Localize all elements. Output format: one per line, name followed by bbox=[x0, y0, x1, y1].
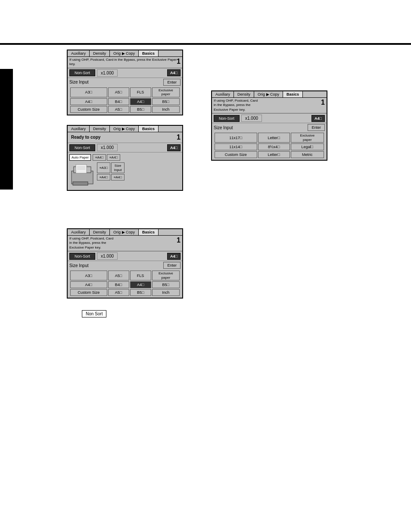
left-sidebar bbox=[0, 69, 13, 190]
panel2-size-letter-2[interactable]: Letter□ bbox=[258, 151, 290, 158]
panel4-paper-size[interactable]: A4□ bbox=[167, 253, 181, 260]
panel3-tabs: Auxiliary Density Orig ▶ Copy Basics bbox=[68, 126, 182, 132]
panel3-nonsort-btn[interactable]: Non-Sort bbox=[69, 144, 95, 151]
panel3-slot-a4-1[interactable]: ¤A4□ bbox=[93, 154, 106, 161]
panel4-size-a3[interactable]: A3□ bbox=[70, 271, 107, 280]
panel4-magnification: x1.000 bbox=[97, 252, 118, 260]
panel1-size-a5[interactable]: A5□ bbox=[108, 87, 129, 97]
caption-non-sort-box: Non Sort bbox=[82, 310, 106, 317]
panel2-custom-size[interactable]: Custom Size bbox=[215, 151, 257, 158]
panel2-enter-btn[interactable]: Enter bbox=[308, 124, 325, 131]
panel3-slot-a3[interactable]: ¤A3□ bbox=[97, 162, 110, 173]
panel4-controls-row: Non-Sort x1.000 A4□ bbox=[68, 252, 182, 261]
panel4-size-grid: A3□ A5□ FLS Exclusivepaper A4□ B4□ A4□ B… bbox=[69, 270, 181, 297]
panel1-tab-auxiliary[interactable]: Auxiliary bbox=[68, 50, 90, 56]
panel2-nonsort-btn[interactable]: Non-Sort bbox=[214, 115, 240, 122]
panel3-auto-paper-btn[interactable]: Auto Paper bbox=[69, 154, 91, 161]
panel3-slot-a4-2[interactable]: ¤A4□ bbox=[107, 154, 120, 161]
panel3-tab-origcopy[interactable]: Orig ▶ Copy bbox=[110, 126, 139, 132]
panel3-tab-density[interactable]: Density bbox=[90, 126, 110, 132]
panel1-controls-row: Non-Sort x1.000 A4□ bbox=[68, 68, 182, 78]
panel2-size-legal[interactable]: Legal□ bbox=[291, 143, 324, 150]
panel1-size-b5-2[interactable]: B5□ bbox=[130, 106, 151, 113]
panel3-slot-a4-3[interactable]: ¤A4□ bbox=[97, 174, 110, 180]
panel1-size-b4[interactable]: B4□ bbox=[108, 98, 129, 105]
panel4-counter: 1 bbox=[177, 236, 181, 244]
panel3-auto-paper-section: Auto Paper ¤A4□ ¤A4□ bbox=[68, 152, 182, 190]
panel4-size-input-label: Size Input bbox=[69, 263, 88, 268]
panel4-tab-density[interactable]: Density bbox=[90, 229, 110, 235]
panel1-tab-basics[interactable]: Basics bbox=[139, 50, 159, 56]
panel1-counter: 1 bbox=[177, 58, 181, 65]
panel3-slot-a4-4[interactable]: ¤A4□ bbox=[111, 174, 125, 180]
panel4-enter-btn[interactable]: Enter bbox=[163, 262, 181, 269]
panel1-custom-size[interactable]: Custom Size bbox=[70, 106, 107, 113]
panel4-size-a5-2[interactable]: A5□ bbox=[108, 289, 129, 296]
panel1-tab-density[interactable]: Density bbox=[90, 50, 110, 56]
panel4-size-fls[interactable]: FLS bbox=[130, 271, 151, 280]
panel3-tab-basics[interactable]: Basics bbox=[139, 126, 159, 132]
panel2-size-8x4[interactable]: 8½x4□ bbox=[258, 143, 290, 150]
panel2-tab-density[interactable]: Density bbox=[234, 91, 254, 97]
panel1-exclusive-paper[interactable]: Exclusivepaper bbox=[152, 87, 180, 97]
panel3-counter: 1 bbox=[177, 134, 181, 141]
panel4-tab-origcopy[interactable]: Orig ▶ Copy bbox=[110, 229, 139, 235]
panel3-paper-size[interactable]: A4□ bbox=[167, 144, 181, 151]
panel4-tab-basics[interactable]: Basics bbox=[139, 229, 159, 235]
panel2-size-input: Size Input Enter 11x17□ Letter□ Exclusiv… bbox=[212, 123, 327, 160]
panel2-tab-origcopy[interactable]: Orig ▶ Copy bbox=[254, 91, 283, 97]
panel1-size-a4-1[interactable]: A4□ bbox=[70, 98, 107, 105]
panel4-size-b5-2[interactable]: B5□ bbox=[130, 289, 151, 296]
panel2-paper-size[interactable]: A4□ bbox=[311, 115, 325, 122]
panel1-tab-origcopy[interactable]: Orig ▶ Copy bbox=[110, 50, 139, 56]
panel1-size-input-label: Size Input bbox=[69, 80, 88, 84]
panel3: Auxiliary Density Orig ▶ Copy Basics Rea… bbox=[67, 125, 183, 191]
panel1-magnification: x1.000 bbox=[97, 69, 118, 77]
panel1-size-grid: A3□ A5□ FLS Exclusivepaper A4□ B4□ A4□ B… bbox=[69, 87, 181, 114]
panel4-custom-size[interactable]: Custom Size bbox=[70, 289, 107, 296]
panel1-size-a4-2[interactable]: A4□ bbox=[130, 98, 151, 105]
panel1-size-b5-1[interactable]: B5□ bbox=[152, 98, 180, 105]
panel2-counter: 1 bbox=[321, 99, 325, 106]
svg-rect-2 bbox=[73, 182, 88, 185]
panel4-size-a4-1[interactable]: A4□ bbox=[70, 281, 107, 288]
panel4-nonsort-btn[interactable]: Non-Sort bbox=[69, 253, 95, 260]
panel2-tab-basics[interactable]: Basics bbox=[283, 91, 303, 97]
panel2-magnification: x1.000 bbox=[241, 115, 262, 122]
panel1-message: If using OHP, Postcard, Card in the Bypa… bbox=[68, 57, 182, 68]
panel2-size-11x17[interactable]: 11x17□ bbox=[215, 133, 257, 143]
panel3-paper-slots: ¤A3□ SizeInput ¤A4□ ¤A4□ bbox=[97, 162, 125, 180]
panel1-size-fls[interactable]: FLS bbox=[130, 87, 151, 97]
panel2-controls-row: Non-Sort x1.000 A4□ bbox=[212, 114, 327, 123]
panel3-magnification: x1.000 bbox=[97, 144, 118, 151]
panel4-size-a5[interactable]: A5□ bbox=[108, 271, 129, 280]
panel2-tab-auxiliary[interactable]: Auxiliary bbox=[212, 91, 234, 97]
printer-graphic bbox=[69, 162, 95, 188]
panel3-message: Ready to copy bbox=[69, 134, 102, 141]
panel1-nonsort-btn[interactable]: Non-Sort bbox=[69, 69, 95, 76]
panel1-size-a5-2[interactable]: A5□ bbox=[108, 106, 129, 113]
panel4-exclusive-paper[interactable]: Exclusivepaper bbox=[152, 271, 180, 280]
caption-non-sort: Non Sort bbox=[82, 310, 106, 317]
panel4: Auxiliary Density Orig ▶ Copy Basics If … bbox=[67, 228, 183, 299]
panel4-size-b5-1[interactable]: B5□ bbox=[152, 281, 180, 288]
panel2-exclusive-paper[interactable]: Exclusivepaper bbox=[291, 133, 324, 143]
panel4-inch[interactable]: Inch bbox=[152, 289, 180, 296]
panel3-size-input[interactable]: SizeInput bbox=[111, 162, 125, 173]
panel4-size-b4[interactable]: B4□ bbox=[108, 281, 129, 288]
panel1-tabs: Auxiliary Density Orig ▶ Copy Basics bbox=[68, 50, 182, 57]
panel1-size-input: Size Input Enter A3□ A5□ FLS Exclusivepa… bbox=[68, 78, 182, 115]
panel1-size-a3[interactable]: A3□ bbox=[70, 87, 107, 97]
panel1-enter-btn[interactable]: Enter bbox=[163, 79, 181, 86]
panel2-size-input-label: Size Input bbox=[214, 125, 233, 130]
panel2-size-letter-1[interactable]: Letter□ bbox=[258, 133, 290, 143]
panel4-tab-auxiliary[interactable]: Auxiliary bbox=[68, 229, 90, 235]
top-bar bbox=[0, 43, 411, 45]
panel2-metric[interactable]: Metric bbox=[291, 151, 324, 158]
panel3-tab-auxiliary[interactable]: Auxiliary bbox=[68, 126, 90, 132]
panel1-paper-size[interactable]: A4□ bbox=[167, 69, 181, 76]
panel2-tabs: Auxiliary Density Orig ▶ Copy Basics bbox=[212, 91, 327, 98]
panel2-size-11x14[interactable]: 11x14□ bbox=[215, 143, 257, 150]
panel4-size-a4-2[interactable]: A4□ bbox=[130, 281, 151, 288]
panel1-inch[interactable]: Inch bbox=[152, 106, 180, 113]
